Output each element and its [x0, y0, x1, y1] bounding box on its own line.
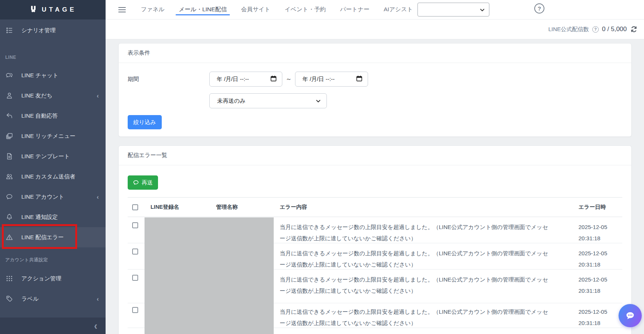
- sidebar-collapse-button[interactable]: ‹: [0, 318, 106, 334]
- sidebar-item-label: LINE リッチメニュー: [21, 133, 99, 140]
- tab-mail-line-delivery[interactable]: メール・LINE配信: [179, 0, 227, 19]
- error-datetime-cell: 2025-12-0520:31:18: [572, 243, 622, 270]
- sidebar-item-line-notifications[interactable]: LINE 通知設定: [0, 207, 106, 227]
- sidebar-item-line-account[interactable]: LINE アカウント ‹: [0, 187, 106, 207]
- utage-logo-icon: [29, 5, 38, 14]
- sidebar-item-line-richmenu[interactable]: LINE リッチメニュー: [0, 126, 106, 146]
- sidebar-item-action-management[interactable]: アクション管理: [0, 268, 106, 289]
- row-checkbox[interactable]: [132, 275, 138, 281]
- tag-icon: [6, 295, 13, 303]
- chevron-left-icon: ‹: [97, 93, 99, 99]
- date-from-input[interactable]: 年 /月/日 --:--: [209, 72, 282, 87]
- dots-grid-icon: [6, 275, 13, 282]
- row-checkbox[interactable]: [132, 222, 138, 228]
- chevron-down-icon: [480, 6, 484, 13]
- scenario-list-icon: [6, 27, 13, 34]
- quota-bar: LINE公式配信数 ? 0 / 5,000: [106, 19, 644, 39]
- nav-tabs: ファネル メール・LINE配信 会員サイト イベント・予約 パートナー AIアシ…: [141, 0, 413, 19]
- resend-button-label: 再送: [142, 179, 153, 186]
- chevron-down-icon: [316, 97, 321, 104]
- tab-funnel[interactable]: ファネル: [141, 0, 164, 19]
- bell-icon: [6, 213, 13, 221]
- col-registered-name: LINE登録名: [145, 204, 210, 211]
- sidebar-item-label: アクション管理: [21, 275, 99, 282]
- row-checkbox[interactable]: [132, 249, 138, 255]
- resend-status-value: 未再送のみ: [217, 97, 316, 105]
- speech-bubble-icon: [133, 180, 139, 186]
- account-select[interactable]: [417, 3, 489, 16]
- row-checkbox[interactable]: [132, 307, 138, 313]
- date-to-placeholder: 年 /月/日 --:--: [303, 76, 356, 83]
- error-content-cell: 当月に送信できるメッセージ数の上限目安を超過しました。（LINE公式アカウント側…: [274, 303, 572, 329]
- warning-triangle-icon: [6, 234, 13, 241]
- sidebar-section-account-common: アカウント共通設定: [0, 247, 106, 268]
- app-screen: UTAGE シナリオ管理 LINE LINE チャット LINE 友だち ‹: [0, 0, 644, 334]
- quota-info-icon[interactable]: ?: [592, 26, 599, 33]
- help-icon[interactable]: ?: [534, 3, 544, 13]
- col-error-datetime: エラー日時: [572, 204, 622, 211]
- people-icon: [6, 173, 13, 180]
- chat-bubbles-icon: [6, 72, 13, 79]
- tab-event-booking[interactable]: イベント・予約: [285, 0, 326, 19]
- date-to-input[interactable]: 年 /月/日 --:--: [295, 72, 368, 87]
- logo[interactable]: UTAGE: [0, 0, 106, 19]
- chat-support-button[interactable]: [619, 304, 642, 327]
- sidebar-item-label: シナリオ管理: [21, 27, 99, 34]
- resend-status-select[interactable]: 未再送のみ: [209, 93, 327, 108]
- quota-value: 0 / 5,000: [602, 25, 627, 33]
- range-separator: ～: [286, 75, 292, 83]
- reply-arrow-icon: [6, 112, 13, 120]
- sidebar-item-label: LINE テンプレート: [21, 153, 99, 160]
- calendar-icon[interactable]: [270, 75, 277, 83]
- menu-toggle-icon[interactable]: [118, 7, 126, 12]
- filter-panel-title: 表示条件: [119, 43, 631, 63]
- content-area: 表示条件 期間 年 /月/日 --:-- ～ 年 /月/日 --:--: [106, 39, 644, 334]
- chevron-left-icon: ‹: [97, 194, 99, 200]
- sidebar-item-label: LINE 通知設定: [21, 214, 99, 221]
- error-datetime-cell: 2025-12-0520:31:18: [572, 270, 622, 297]
- logo-text: UTAGE: [42, 6, 76, 13]
- error-table-header: LINE登録名 管理名称 エラー内容 エラー日時: [128, 197, 622, 217]
- sidebar-item-line-friends[interactable]: LINE 友だち ‹: [0, 85, 106, 106]
- delivery-error-panel-title: 配信エラー一覧: [119, 146, 631, 165]
- sidebar-item-line-autoreply[interactable]: LINE 自動応答: [0, 106, 106, 126]
- sidebar-item-labels[interactable]: ラベル ‹: [0, 289, 106, 309]
- sidebar-item-line-template[interactable]: LINE テンプレート: [0, 146, 106, 166]
- calendar-icon[interactable]: [356, 75, 362, 83]
- speech-bubble-icon: [6, 193, 13, 201]
- select-all-checkbox[interactable]: [132, 204, 138, 210]
- person-icon: [6, 92, 13, 99]
- chevron-left-icon: ‹: [97, 296, 99, 302]
- col-admin-name: 管理名称: [210, 204, 274, 211]
- error-content-cell: 当月に送信できるメッセージ数の上限目安を超過しました。（LINE公式アカウント側…: [274, 270, 572, 297]
- sidebar-item-line-delivery-errors[interactable]: LINE 配信エラー: [0, 227, 106, 247]
- sidebar-section-line: LINE: [0, 40, 106, 65]
- filter-submit-button[interactable]: 絞り込み: [128, 115, 162, 129]
- sidebar-item-line-chat[interactable]: LINE チャット: [0, 65, 106, 85]
- tab-ai-assist[interactable]: AIアシスト: [384, 0, 413, 19]
- tab-partner[interactable]: パートナー: [340, 0, 370, 19]
- sidebar-item-label: LINE チャット: [21, 72, 99, 79]
- sidebar-item-label: LINE 配信エラー: [21, 234, 99, 241]
- period-label: 期間: [128, 76, 209, 83]
- sidebar-item-line-customsender[interactable]: LINE カスタム送信者: [0, 166, 106, 187]
- error-table: LINE登録名 管理名称 エラー内容 エラー日時 当月に送信できるメッセージ数の…: [128, 197, 622, 334]
- top-navigation-bar: ファネル メール・LINE配信 会員サイト イベント・予約 パートナー AIアシ…: [106, 0, 644, 19]
- sidebar-item-label: LINE 友だち: [21, 92, 97, 99]
- sidebar: UTAGE シナリオ管理 LINE LINE チャット LINE 友だち ‹: [0, 0, 106, 334]
- sidebar-item-label: ラベル: [21, 295, 97, 303]
- date-from-placeholder: 年 /月/日 --:--: [217, 76, 270, 83]
- sidebar-item-scenario[interactable]: シナリオ管理: [0, 21, 106, 40]
- delivery-error-panel: 配信エラー一覧 再送 LINE登録名 管理名称 エラー内容 エラー日時: [118, 145, 632, 334]
- sidebar-item-label: LINE カスタム送信者: [21, 173, 99, 180]
- error-content-cell: 当月に送信できるメッセージ数の上限目安を超過しました。（LINE公式アカウント側…: [274, 243, 572, 270]
- tab-member-site[interactable]: 会員サイト: [241, 0, 271, 19]
- error-datetime-cell: 2025-12-0520:31:18: [572, 303, 622, 329]
- quota-label: LINE公式配信数: [548, 26, 589, 33]
- redacted-block: [145, 217, 274, 334]
- resend-button[interactable]: 再送: [128, 175, 158, 190]
- main-area: ファネル メール・LINE配信 会員サイト イベント・予約 パートナー AIアシ…: [106, 0, 644, 334]
- chat-bubble-icon: [625, 310, 636, 321]
- refresh-icon[interactable]: [630, 25, 638, 33]
- error-datetime-cell: 2025-12-0520:31:18: [572, 217, 622, 244]
